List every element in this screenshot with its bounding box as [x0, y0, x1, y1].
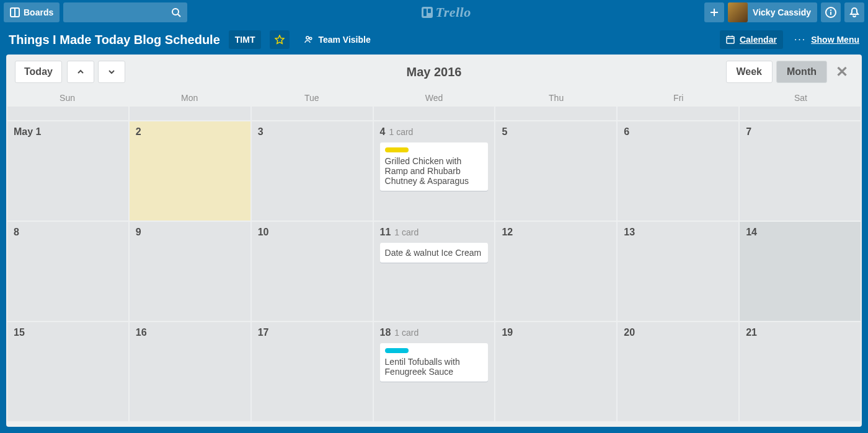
weekday-headers: SunMonTueWedThuFriSat — [6, 89, 862, 107]
day-number: 2 — [136, 126, 244, 138]
today-button[interactable]: Today — [15, 61, 62, 83]
day-number: 3 — [258, 126, 366, 138]
calendar-button[interactable]: Calendar — [720, 30, 783, 49]
day-number: 17 — [258, 327, 366, 338]
team-chip[interactable]: TIMT — [229, 30, 262, 49]
card-count: 1 card — [394, 328, 418, 338]
search-input[interactable] — [63, 2, 187, 22]
weekday-header: Tue — [250, 89, 373, 107]
day-cell[interactable]: 181 cardLentil Tofuballs with Fenugreek … — [374, 322, 495, 421]
avatar — [728, 2, 748, 22]
day-number: 10 — [258, 227, 366, 238]
card-title: Lentil Tofuballs with Fenugreek Sauce — [385, 357, 484, 377]
day-number: 181 card — [380, 327, 489, 338]
card-count: 1 card — [389, 127, 413, 137]
svg-point-2 — [172, 9, 179, 15]
day-number: 5 — [502, 126, 610, 138]
day-number: 41 card — [380, 126, 489, 138]
view-month-button[interactable]: Month — [776, 61, 827, 83]
prev-button[interactable] — [67, 61, 94, 83]
chevron-up-icon — [76, 68, 85, 76]
calendar-card[interactable]: Lentil Tofuballs with Fenugreek Sauce — [380, 343, 489, 382]
svg-rect-5 — [423, 9, 427, 16]
plus-icon — [709, 7, 719, 17]
svg-point-10 — [306, 37, 309, 39]
day-number: 9 — [136, 227, 244, 238]
next-button[interactable] — [98, 61, 125, 83]
day-cell[interactable]: May 1 — [7, 121, 128, 221]
svg-line-3 — [178, 14, 180, 17]
day-cell[interactable]: 17 — [252, 322, 373, 421]
board-header: Things I Made Today Blog Schedule TIMT T… — [0, 25, 868, 55]
card-title: Grilled Chicken with Ramp and Rhubarb Ch… — [385, 156, 484, 186]
svg-rect-12 — [727, 37, 734, 43]
trello-logo[interactable]: Trello — [421, 4, 471, 20]
day-number: 14 — [746, 227, 854, 238]
weekday-header: Sat — [740, 89, 862, 107]
weekday-header: Sun — [6, 89, 128, 107]
day-number: 111 card — [380, 227, 489, 238]
close-calendar-button[interactable]: ✕ — [831, 63, 853, 81]
card-label — [385, 348, 409, 353]
calendar-icon — [726, 35, 735, 44]
day-cell[interactable]: 20 — [618, 322, 738, 421]
bell-icon — [849, 7, 860, 18]
day-cell[interactable]: 15 — [7, 322, 128, 421]
more-icon: ··· — [794, 34, 806, 45]
day-cell[interactable]: 2 — [130, 121, 250, 221]
show-menu-button[interactable]: ··· Show Menu — [794, 34, 859, 45]
svg-rect-4 — [422, 7, 433, 18]
day-cell[interactable]: 5 — [495, 121, 616, 221]
create-button[interactable] — [704, 2, 724, 22]
weekday-header: Mon — [128, 89, 250, 107]
day-cell[interactable]: 41 cardGrilled Chicken with Ramp and Rhu… — [374, 121, 495, 221]
day-cell[interactable]: 8 — [7, 222, 128, 321]
day-number: 21 — [746, 327, 854, 338]
boards-label: Boards — [24, 7, 53, 17]
day-cell[interactable]: 21 — [740, 322, 861, 421]
day-number: 12 — [502, 227, 610, 238]
day-cell[interactable]: 3 — [252, 121, 373, 221]
calendar-header: Today May 2016 Week Month ✕ — [6, 55, 862, 89]
day-number: 20 — [624, 327, 732, 338]
day-cell[interactable]: 16 — [130, 322, 250, 421]
card-title: Date & walnut Ice Cream — [385, 248, 484, 258]
star-button[interactable] — [270, 30, 290, 49]
weekday-header: Wed — [373, 89, 495, 107]
visibility-chip[interactable]: Team Visible — [298, 30, 376, 49]
day-cell[interactable]: 19 — [495, 322, 616, 421]
info-button[interactable] — [821, 2, 841, 22]
svg-point-8 — [830, 9, 831, 11]
boards-button[interactable]: Boards — [4, 2, 60, 22]
day-cell[interactable]: 12 — [495, 222, 616, 321]
user-menu[interactable]: Vicky Cassidy — [728, 2, 817, 22]
day-number: 6 — [624, 126, 732, 138]
notifications-button[interactable] — [844, 2, 864, 22]
calendar-body: May 12341 cardGrilled Chicken with Ramp … — [6, 107, 862, 427]
info-icon — [825, 7, 836, 18]
weekday-header: Fri — [618, 89, 740, 107]
day-cell[interactable]: 9 — [130, 222, 250, 321]
day-number: 19 — [502, 327, 610, 338]
svg-rect-9 — [830, 12, 831, 15]
star-icon — [275, 35, 285, 45]
day-number: 13 — [624, 227, 732, 238]
calendar-card[interactable]: Grilled Chicken with Ramp and Rhubarb Ch… — [380, 142, 489, 191]
view-week-button[interactable]: Week — [726, 61, 773, 83]
chevron-down-icon — [107, 68, 116, 76]
weekday-header: Thu — [495, 89, 618, 107]
day-number: 15 — [14, 327, 122, 338]
day-number: May 1 — [14, 126, 122, 138]
day-cell[interactable]: 111 cardDate & walnut Ice Cream — [374, 222, 495, 321]
board-title[interactable]: Things I Made Today Blog Schedule — [9, 33, 220, 47]
day-cell[interactable]: 7 — [740, 121, 861, 221]
day-cell[interactable]: 14 — [740, 222, 861, 321]
calendar-card[interactable]: Date & walnut Ice Cream — [380, 243, 489, 263]
svg-point-11 — [310, 37, 312, 40]
search-icon — [171, 7, 181, 17]
svg-rect-6 — [428, 9, 431, 13]
day-cell[interactable]: 6 — [618, 121, 738, 221]
day-cell[interactable]: 10 — [252, 222, 373, 321]
card-count: 1 card — [394, 227, 418, 237]
day-cell[interactable]: 13 — [618, 222, 738, 321]
